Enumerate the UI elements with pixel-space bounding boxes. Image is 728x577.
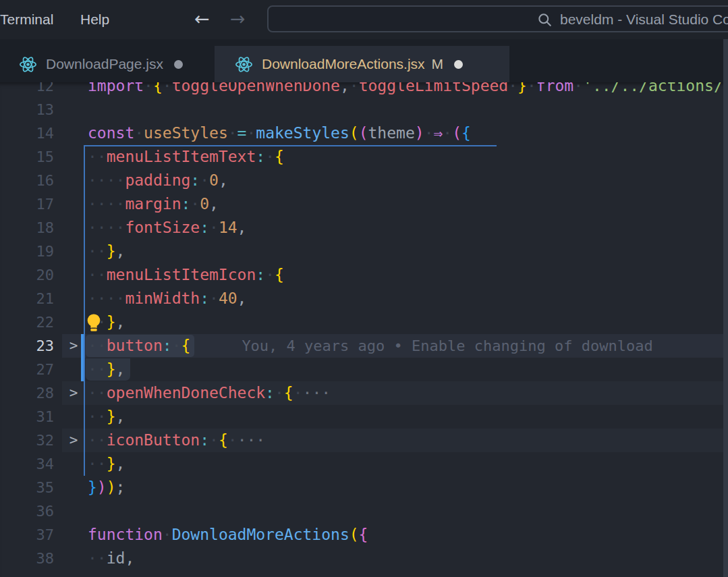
- line-number: 16: [0, 169, 54, 192]
- tab-downloadmoreactions[interactable]: DownloadMoreActions.jsx M: [215, 46, 509, 82]
- command-center-search[interactable]: beveldm - Visual Studio Code: [267, 5, 728, 32]
- line-number: 22: [0, 310, 54, 334]
- git-blame-annotation: You, 4 years ago • Enable changing of do…: [242, 337, 652, 354]
- line-number: 21: [0, 287, 54, 310]
- code-line-38: 38··id,: [0, 547, 728, 570]
- fold-highlight-box: ··button:·{: [86, 335, 194, 357]
- line-number: 31: [0, 405, 54, 429]
- tab-label: DownloadPage.jsx: [46, 56, 163, 72]
- code-line-32: 32>··iconButton:·{····: [0, 429, 728, 452]
- code-line-13: 13: [0, 98, 728, 121]
- react-icon: [19, 55, 37, 74]
- code-line-14: 14const·useStyles·=·makeStyles((theme)·⇒…: [0, 121, 728, 145]
- line-number: 20: [0, 263, 54, 287]
- search-label: beveldm - Visual Studio Code: [560, 7, 728, 32]
- code-text: ····padding:·0,: [88, 169, 228, 192]
- react-icon: [235, 55, 253, 74]
- code-line-21: 21····minWidth:·40,: [0, 287, 728, 310]
- scrollbar-strip[interactable]: [723, 39, 728, 577]
- code-line-12: 12import·{·toggleOpenWhenDone,·toggleLim…: [0, 82, 728, 98]
- line-number: 37: [0, 523, 54, 547]
- back-arrow-icon[interactable]: ←: [194, 0, 210, 39]
- fold-chevron-icon[interactable]: >: [65, 334, 82, 357]
- line-number: 27: [0, 358, 54, 381]
- editor: 12import·{·toggleOpenWhenDone,·toggleLim…: [0, 82, 728, 577]
- code-line-17: 17····margin:·0,: [0, 192, 728, 216]
- line-number: 14: [0, 121, 54, 145]
- code-text: ··id,: [88, 547, 134, 570]
- bracket-guide-vertical: [84, 145, 85, 476]
- line-number: 35: [0, 476, 54, 499]
- code-text: ··menuListItemText:·{: [88, 145, 284, 169]
- lightbulb-icon[interactable]: [84, 312, 104, 335]
- code-line-18: 18····fontSize:·14,: [0, 216, 728, 240]
- line-number: 15: [0, 145, 54, 169]
- fold-chevron-icon[interactable]: >: [65, 429, 82, 451]
- code-line-36: 36: [0, 499, 728, 523]
- code-line-15: 15··menuListItemText:·{: [0, 145, 728, 169]
- code-text: ··menuListItemIcon:·{: [88, 263, 284, 287]
- line-number: 28: [0, 381, 54, 405]
- code-line-20: 20··menuListItemIcon:·{: [0, 263, 728, 287]
- code-text: ····margin:·0,: [88, 192, 219, 216]
- code-line-19: 19··},: [0, 240, 728, 263]
- code-line-16: 16····padding:·0,: [0, 169, 728, 192]
- line-number: 34: [0, 452, 54, 476]
- code-line-27: 27··},: [0, 358, 728, 381]
- code-text: function·DownloadMoreActions({: [88, 523, 368, 547]
- code-line-31: 31··},: [0, 405, 728, 429]
- code-text: ··},: [88, 240, 125, 263]
- tab-downloadpage[interactable]: DownloadPage.jsx: [0, 46, 209, 82]
- code-line-22: 22··},: [0, 310, 728, 334]
- code-line-35: 35}));: [0, 476, 728, 499]
- code-text: ··openWhenDoneCheck:·{····: [88, 381, 331, 405]
- line-number: 17: [0, 192, 54, 216]
- line-number: 19: [0, 240, 54, 263]
- code-text: const·useStyles·=·makeStyles((theme)·⇒·(…: [88, 121, 471, 145]
- fold-chevron-icon[interactable]: >: [65, 381, 82, 404]
- bracket-guide-horizontal: [84, 145, 497, 146]
- modified-dot-icon[interactable]: [174, 60, 183, 69]
- code-text: }));: [88, 476, 125, 499]
- tab-bar: DownloadPage.jsx DownloadMoreActions.jsx…: [0, 39, 728, 82]
- code-line-28: 28>··openWhenDoneCheck:·{····: [0, 381, 728, 405]
- code-line-34: 34··},: [0, 452, 728, 476]
- line-number: 12: [0, 82, 54, 98]
- code-text: ··},: [88, 405, 125, 429]
- code-text: ··button:·{You, 4 years ago • Enable cha…: [88, 334, 653, 358]
- fold-highlight-box: ··},: [86, 358, 130, 381]
- git-status-badge: M: [432, 56, 444, 72]
- menu-item-help[interactable]: Help: [80, 0, 109, 39]
- git-modified-gutter-bar: [81, 334, 84, 381]
- code-text: ····minWidth:·40,: [88, 287, 246, 310]
- modified-dot-icon[interactable]: [454, 60, 463, 69]
- code-text: ··iconButton:·{····: [88, 429, 265, 452]
- code-text: ··},: [88, 358, 130, 381]
- code-text: ··},: [88, 452, 125, 476]
- line-number: 32: [0, 429, 54, 452]
- tab-label: DownloadMoreActions.jsx: [262, 56, 425, 72]
- forward-arrow-icon[interactable]: →: [230, 0, 246, 39]
- search-icon: [537, 12, 553, 30]
- line-number: 13: [0, 98, 54, 121]
- line-number: 38: [0, 547, 54, 570]
- menu-item-terminal[interactable]: Terminal: [0, 0, 53, 39]
- code-text: import·{·toggleOpenWhenDone,·toggleLimit…: [88, 82, 728, 98]
- window-titlebar: Terminal Help ← → beveldm - Visual Studi…: [0, 0, 728, 39]
- code-text: ····fontSize:·14,: [88, 216, 246, 240]
- code-line-37: 37function·DownloadMoreActions({: [0, 523, 728, 547]
- code-line-23: 23>··button:·{You, 4 years ago • Enable …: [0, 334, 728, 358]
- line-number: 36: [0, 499, 54, 523]
- line-number: 23: [0, 334, 54, 358]
- line-number: 18: [0, 216, 54, 240]
